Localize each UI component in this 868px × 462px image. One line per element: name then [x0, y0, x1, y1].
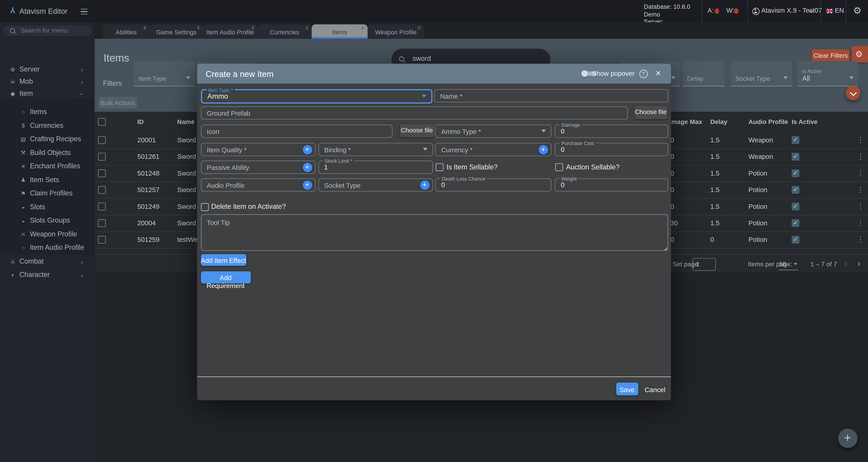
- per-page-select[interactable]: 10: [779, 259, 798, 270]
- delete-on-activate-checkbox[interactable]: [200, 203, 208, 211]
- close-icon[interactable]: X: [251, 25, 254, 30]
- settings-gear-icon[interactable]: ⚙: [853, 5, 862, 17]
- kebab-menu-icon[interactable]: ⋮: [857, 136, 864, 144]
- add-item-quality-button plus-icon[interactable]: [303, 145, 312, 154]
- is-active-checkbox[interactable]: [792, 170, 799, 177]
- sort-asc-icon[interactable]: ↑: [192, 118, 194, 124]
- close-icon[interactable]: X: [305, 25, 308, 30]
- filter-delay[interactable]: Delay: [682, 61, 724, 86]
- table-settings-gear-button[interactable]: ⚙: [851, 46, 868, 63]
- sidebar-item-claim-profiles[interactable]: ⚑ Claim Profiles: [0, 189, 95, 198]
- filter-socket-type[interactable]: Socket Type: [731, 61, 792, 86]
- filter-item-type[interactable]: Item Type: [134, 61, 195, 86]
- is-active-checkbox[interactable]: [792, 236, 799, 244]
- name-input[interactable]: Name *: [434, 89, 668, 102]
- sidebar-item-enchant-profiles[interactable]: ✳ Enchant Profiles: [0, 162, 95, 171]
- add-socket-type-button plus-icon[interactable]: [420, 180, 429, 190]
- tab-game-settings[interactable]: Game SettingsX: [150, 24, 203, 39]
- kebab-menu-icon[interactable]: ⋮: [857, 152, 864, 161]
- close-icon[interactable]: X: [197, 25, 200, 30]
- kebab-menu-icon[interactable]: ⋮: [857, 219, 864, 227]
- sidebar-search[interactable]: [3, 26, 92, 36]
- scroll-down-fab[interactable]: [846, 86, 860, 100]
- row-checkbox[interactable]: [98, 170, 106, 177]
- close-icon[interactable]: X: [143, 25, 146, 30]
- save-button[interactable]: Save: [616, 382, 638, 395]
- is-active-checkbox[interactable]: [792, 186, 799, 194]
- resize-handle-icon[interactable]: ◢: [664, 246, 667, 251]
- kebab-menu-icon[interactable]: ⋮: [857, 202, 864, 210]
- stock-limit-input[interactable]: Stock Limit * 1: [318, 161, 433, 174]
- tab-weapon-profile[interactable]: Weapon ProfileX: [368, 24, 424, 39]
- tab-items[interactable]: ItemsX: [312, 24, 368, 39]
- sidebar-item-character[interactable]: ◗ Character ›: [0, 271, 95, 280]
- socket-type-field[interactable]: Socket Type: [318, 178, 433, 192]
- ammo-type-select[interactable]: Ammo Type *: [435, 125, 551, 138]
- sidebar-item-item-audio-profile[interactable]: ○ Item Audio Profile: [0, 244, 95, 252]
- damage-input[interactable]: Damage 0: [555, 125, 668, 138]
- is-item-sellable-checkbox[interactable]: [436, 163, 443, 171]
- sidebar-item-combat[interactable]: ⚔ Combat ›: [0, 257, 95, 266]
- kebab-menu-icon[interactable]: ⋮: [857, 235, 864, 244]
- death-loss-chance-input[interactable]: Death Loss Chance 0: [435, 178, 551, 192]
- row-checkbox[interactable]: [98, 153, 106, 160]
- col-is-active[interactable]: Is Active: [792, 119, 817, 125]
- bulk-actions-button[interactable]: Bulk Actions: [99, 97, 137, 109]
- currency-field[interactable]: Currency *: [435, 143, 551, 156]
- is-active-checkbox[interactable]: [792, 136, 799, 144]
- item-quality-field[interactable]: Item Quality *: [200, 143, 315, 156]
- add-passive-ability-button plus-icon[interactable]: [303, 162, 312, 172]
- row-checkbox[interactable]: [98, 219, 106, 227]
- row-checkbox[interactable]: [98, 203, 106, 210]
- set-page-input[interactable]: 1: [692, 258, 716, 270]
- show-popover-toggle-knob[interactable]: [581, 70, 588, 77]
- close-icon[interactable]: X: [361, 25, 364, 30]
- sidebar-item-mob[interactable]: ☠ Mob ›: [0, 78, 95, 86]
- purchase-cost-input[interactable]: Purchase Cost 0: [555, 143, 668, 156]
- sidebar-item-slots-groups[interactable]: ◒ Slots Groups: [0, 217, 95, 225]
- row-checkbox[interactable]: [98, 236, 106, 244]
- ground-prefab-choose-file-button[interactable]: Choose file: [634, 106, 668, 119]
- sidebar-search-input[interactable]: [20, 27, 88, 34]
- icon-input[interactable]: Icon: [200, 125, 392, 138]
- row-checkbox[interactable]: [98, 186, 106, 194]
- kebab-menu-icon[interactable]: ⋮: [857, 186, 864, 194]
- clear-filters-button[interactable]: Clear Filters: [812, 49, 850, 62]
- weight-input[interactable]: Weight 0: [555, 178, 668, 192]
- is-active-checkbox[interactable]: [792, 219, 799, 227]
- kebab-menu-icon[interactable]: ⋮: [857, 169, 864, 177]
- audio-profile-field[interactable]: Audio Profile: [200, 178, 315, 192]
- sidebar-item-slots[interactable]: ◒ Slots: [0, 203, 95, 212]
- tab-item-audio-profile[interactable]: Item Audio ProfileX: [203, 24, 257, 39]
- select-all-checkbox[interactable]: [98, 118, 106, 126]
- cancel-button[interactable]: Cancel: [645, 382, 664, 395]
- tab-abilities[interactable]: AbilitiesX: [103, 24, 150, 39]
- sidebar-item-build-objects[interactable]: ⚒ Build Objects: [0, 149, 95, 157]
- passive-ability-field[interactable]: Passive Ability: [200, 161, 315, 174]
- add-item-effect-button[interactable]: Add Item Effect: [200, 254, 246, 266]
- filter-is-active[interactable]: Is Active All: [798, 61, 858, 86]
- col-delay[interactable]: Delay: [710, 119, 727, 125]
- prev-page-icon[interactable]: ‹: [844, 258, 847, 268]
- next-page-icon[interactable]: ›: [858, 258, 860, 268]
- auction-sellable-checkbox[interactable]: [555, 163, 563, 171]
- close-icon[interactable]: X: [418, 25, 421, 30]
- is-active-checkbox[interactable]: [792, 203, 799, 210]
- tab-currencies[interactable]: CurrenciesX: [257, 24, 312, 39]
- add-currency-button plus-icon[interactable]: [539, 145, 548, 154]
- help-icon[interactable]: ?: [639, 69, 647, 78]
- col-audio-profile[interactable]: Audio Profile: [749, 119, 788, 125]
- sidebar-item-items[interactable]: ○ Items: [0, 108, 95, 117]
- menu-icon[interactable]: [81, 9, 87, 14]
- sidebar-item-currencies[interactable]: $ Currencies: [0, 122, 95, 130]
- sidebar-item-weapon-profile[interactable]: ⚔ Weapon Profile: [0, 230, 95, 239]
- sidebar-item-item-sets[interactable]: ♟ Item Sets: [0, 176, 95, 185]
- col-id[interactable]: ID: [137, 119, 144, 125]
- ground-prefab-input[interactable]: Ground Prefab: [200, 106, 627, 120]
- sidebar-item-server[interactable]: ⊕ Server ›: [0, 65, 95, 74]
- language-label[interactable]: EN: [835, 7, 844, 15]
- add-audio-profile-button plus-icon[interactable]: [303, 180, 312, 190]
- icon-choose-file-button[interactable]: Choose file: [400, 124, 434, 137]
- tool-tip-textarea[interactable]: Tool Tip ◢: [200, 214, 668, 251]
- is-active-checkbox[interactable]: [792, 153, 799, 160]
